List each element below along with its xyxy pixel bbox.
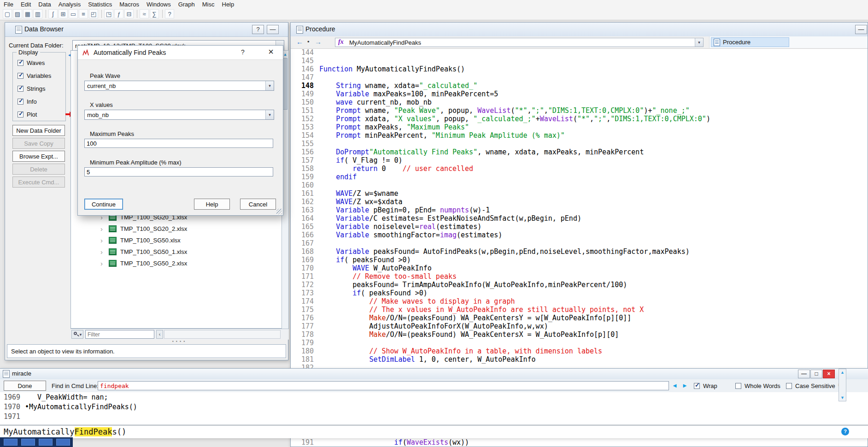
new-notebook-icon[interactable]: ≡ xyxy=(79,9,88,18)
command-window-icon[interactable]: ◳ xyxy=(104,9,113,18)
procedure-window-icon[interactable]: ƒ xyxy=(114,9,123,18)
resize-grip[interactable] xyxy=(276,209,282,214)
save-icon[interactable]: ▦ xyxy=(23,9,32,18)
data-browser-titlebar[interactable]: Data Browser ? — xyxy=(5,23,288,37)
splitter-handle[interactable]: •••• xyxy=(70,339,289,344)
checkbox-case-sensitive[interactable]: Case Sensitive xyxy=(786,382,835,389)
close-icon[interactable]: × xyxy=(266,47,276,57)
new-table-icon[interactable]: ⊞ xyxy=(59,9,68,18)
expand-chevron-icon[interactable]: › xyxy=(100,225,106,233)
expand-chevron-icon[interactable]: › xyxy=(100,248,106,256)
help-button[interactable]: Help xyxy=(194,199,230,210)
scroll-up-icon[interactable]: ▲ xyxy=(839,370,846,375)
analysis-icon[interactable]: ∑ xyxy=(150,9,159,18)
find-next-icon[interactable]: ► xyxy=(682,382,688,389)
checkbox-box[interactable] xyxy=(786,383,792,389)
menu-data[interactable]: Data xyxy=(35,0,54,8)
new-panel-icon[interactable]: ◰ xyxy=(89,9,98,18)
filter-input[interactable] xyxy=(85,330,154,339)
scroll-left-icon[interactable]: ‹ xyxy=(156,330,163,339)
help-icon[interactable]: ? xyxy=(841,428,849,435)
procedure-file-item[interactable]: Procedure xyxy=(711,37,789,47)
data-browser-icon[interactable]: ⊟ xyxy=(124,9,134,18)
taskbar-button[interactable] xyxy=(21,439,35,446)
checkbox-plot[interactable]: ✓Plot xyxy=(18,111,37,118)
tree-item[interactable]: ›TMP_T100_SG20_2.xlsx xyxy=(71,223,282,235)
tree-item[interactable]: ›TMP_T100_SG50.xlsx xyxy=(71,235,282,246)
command-window-titlebar[interactable]: miracle — □ × xyxy=(0,369,868,380)
menu-edit[interactable]: Edit xyxy=(17,0,35,8)
procedure-titlebar[interactable]: Procedure — xyxy=(291,23,868,37)
checkbox-info[interactable]: ✓Info xyxy=(18,98,37,105)
print-icon[interactable]: ▥ xyxy=(33,9,42,18)
menu-windows[interactable]: Windows xyxy=(143,0,175,8)
cancel-button[interactable]: Cancel xyxy=(240,199,276,210)
dialog-titlebar[interactable]: Automatically Find Peaks ? × xyxy=(78,46,283,60)
help-icon[interactable]: ? xyxy=(165,9,174,18)
find-input[interactable] xyxy=(98,381,669,390)
find-previous-icon[interactable]: ◄ xyxy=(672,382,678,389)
history-scrollbar[interactable]: ▲ ▼ xyxy=(839,369,846,401)
menu-graph[interactable]: Graph xyxy=(175,0,199,8)
peak-wave-dropdown[interactable]: current_nb ▾ xyxy=(84,81,274,91)
button-new-data-folder[interactable]: New Data Folder xyxy=(12,125,65,136)
menu-file[interactable]: File xyxy=(0,0,17,8)
checkbox-box[interactable] xyxy=(735,383,741,389)
checkbox-waves[interactable]: ✓Waves xyxy=(18,59,45,66)
checkbox-box[interactable]: ✓ xyxy=(18,112,23,118)
x-values-dropdown[interactable]: mob_nb ▾ xyxy=(84,110,274,120)
curve-fit-icon[interactable]: ≈ xyxy=(140,9,149,18)
command-history[interactable]: 1969 V_PeakWidth= nan;1970•MyAutomatical… xyxy=(0,392,868,425)
continue-button[interactable]: Continue xyxy=(84,199,123,210)
command-line-text[interactable]: MyAutomaticallyFindPeaks() xyxy=(4,427,126,436)
checkbox-whole-words[interactable]: Whole Words xyxy=(735,382,780,389)
menu-statistics[interactable]: Statistics xyxy=(84,0,116,8)
dialog-help-button[interactable]: ? xyxy=(238,48,247,56)
menu-analysis[interactable]: Analysis xyxy=(55,0,84,8)
back-arrow-icon[interactable]: ← xyxy=(296,38,303,46)
checkbox-box[interactable]: ✓ xyxy=(18,86,23,92)
checkbox-variables[interactable]: ✓Variables xyxy=(18,72,51,79)
horizontal-scrollbar[interactable] xyxy=(164,330,281,339)
maximize-button[interactable]: □ xyxy=(810,370,822,378)
filter-menu-button[interactable]: ▼ xyxy=(71,330,83,339)
tree-item[interactable]: ›TMP_T100_SG50_2.xlsx xyxy=(71,258,282,269)
button-browse-expt[interactable]: Browse Expt... xyxy=(12,151,65,162)
chevron-down-icon[interactable]: ▾ xyxy=(265,110,274,119)
new-graph-icon[interactable]: ∫ xyxy=(48,9,58,18)
chevron-down-icon[interactable]: ▾ xyxy=(265,81,274,90)
taskbar-button[interactable] xyxy=(39,439,53,446)
function-selector-dropdown[interactable]: fx MyAutomaticallyFindPeaks ▾ xyxy=(335,38,704,47)
help-button[interactable]: ? xyxy=(252,25,264,34)
menu-macros[interactable]: Macros xyxy=(116,0,143,8)
taskbar-button[interactable] xyxy=(56,439,70,446)
new-layout-icon[interactable]: ▭ xyxy=(69,9,78,18)
position-dot-icon[interactable]: • xyxy=(307,38,310,45)
checkbox-wrap[interactable]: ✓Wrap xyxy=(694,382,717,389)
done-button[interactable]: Done xyxy=(4,381,46,391)
min-peak-amplitude-input[interactable] xyxy=(84,167,273,176)
minimize-button[interactable]: — xyxy=(855,25,867,34)
tree-item[interactable]: ›TMP_T100_SG50_1.xlsx xyxy=(71,246,282,258)
menu-help[interactable]: Help xyxy=(218,0,238,8)
close-button[interactable]: × xyxy=(823,370,835,378)
open-file-icon[interactable]: ▨ xyxy=(13,9,22,18)
menu-misc[interactable]: Misc xyxy=(199,0,218,8)
taskbar-button[interactable] xyxy=(4,439,18,446)
scrollbar-thumb[interactable] xyxy=(283,58,287,110)
minimize-button[interactable]: — xyxy=(798,370,810,378)
command-line[interactable]: MyAutomaticallyFindPeaks() ? xyxy=(0,425,868,438)
chevron-down-icon[interactable]: ▾ xyxy=(695,38,703,47)
checkbox-box[interactable]: ✓ xyxy=(694,383,700,389)
scroll-down-icon[interactable]: ▼ xyxy=(839,395,846,400)
new-experiment-icon[interactable]: ▢ xyxy=(3,9,12,18)
expand-chevron-icon[interactable]: › xyxy=(100,259,106,267)
checkbox-box[interactable]: ✓ xyxy=(18,99,23,105)
checkbox-box[interactable]: ✓ xyxy=(18,60,23,66)
checkbox-box[interactable]: ✓ xyxy=(18,73,23,79)
minimize-button[interactable]: — xyxy=(267,25,279,34)
forward-arrow-icon[interactable]: → xyxy=(315,38,322,46)
checkbox-strings[interactable]: ✓Strings xyxy=(18,85,45,92)
expand-chevron-icon[interactable]: › xyxy=(100,236,106,244)
maximum-peaks-input[interactable] xyxy=(84,139,273,148)
